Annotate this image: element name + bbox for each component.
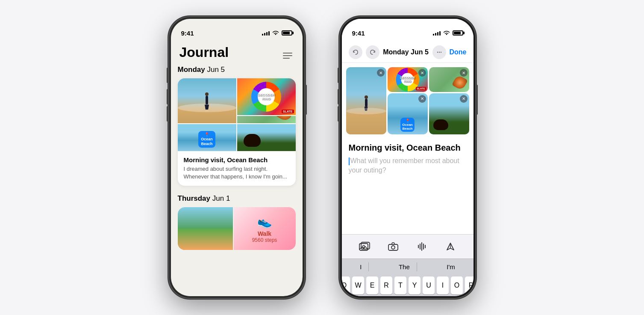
edit-entry-title: Morning visit, Ocean Beach (349, 143, 467, 153)
audio-waveform-icon (416, 242, 427, 251)
ocean-photo-close-button[interactable]: ✕ (418, 95, 426, 103)
walk-steps: 9560 steps (252, 237, 277, 243)
key-t[interactable]: T (394, 276, 406, 294)
ocean-beach-badge-right: 📍 OceanBeach (400, 118, 414, 132)
phones-container: 9:41 (160, 8, 485, 307)
key-u[interactable]: U (423, 276, 435, 294)
key-e[interactable]: E (366, 276, 378, 294)
autocomplete-im[interactable]: I'm (440, 262, 462, 271)
undo-button[interactable] (349, 45, 362, 59)
edit-content-area[interactable]: Morning visit, Ocean Beach What will you… (342, 138, 473, 234)
hillside-photo (178, 207, 233, 250)
key-p[interactable]: P (465, 276, 473, 294)
location-icon: 📍 (201, 132, 213, 137)
autocomplete-the[interactable]: The (392, 262, 417, 271)
dog-photo (237, 124, 296, 151)
left-battery-icon (282, 30, 292, 36)
send-location-button[interactable] (443, 239, 458, 254)
ocean-beach-badge: 📍 OceanBeach (198, 131, 215, 148)
camera-button[interactable] (385, 239, 401, 254)
journal-screen: 9:41 (171, 19, 303, 296)
svg-rect-6 (388, 244, 398, 250)
card-entry-title: Morning visit, Ocean Beach (184, 156, 290, 163)
edit-nav-icons (349, 45, 379, 59)
right-status-icons (433, 30, 463, 36)
edit-beach-photo: ✕ (346, 67, 386, 134)
dog-silhouette-right (433, 119, 448, 130)
text-cursor (349, 158, 350, 165)
photo-library-button[interactable] (357, 239, 372, 254)
journal-header: Journal (171, 41, 303, 65)
thursday-card[interactable]: 👟 Walk 9560 steps (178, 207, 296, 250)
more-options-button[interactable] (432, 45, 446, 59)
camera-icon (388, 242, 399, 251)
right-signal-icon (433, 30, 441, 36)
surfer-figure (203, 92, 210, 110)
decoder-slate-badge: SLATE (282, 110, 294, 113)
left-screen: 9:41 (171, 19, 303, 296)
beach-photo-close-button[interactable]: ✕ (377, 69, 385, 77)
journal-title: Journal (179, 45, 229, 60)
edit-date: Monday Jun 5 (383, 48, 429, 56)
right-phone: 9:41 (339, 16, 476, 299)
key-y[interactable]: Y (409, 276, 421, 294)
dog-photo-close-button[interactable]: ✕ (460, 95, 468, 103)
shell-photo-close-button[interactable]: ✕ (460, 69, 468, 77)
dog-silhouette (244, 134, 261, 147)
svg-point-1 (438, 52, 439, 53)
send-location-icon (446, 242, 455, 251)
decoder-photo-close-button[interactable]: ✕ (418, 69, 426, 77)
decoder-text-right: DECODERRING (388, 76, 428, 83)
shell-visual (274, 116, 295, 122)
walk-card: 👟 Walk 9560 steps (234, 207, 296, 250)
redo-icon (370, 49, 376, 55)
left-phone: 9:41 (168, 16, 305, 299)
autocomplete-i[interactable]: I (353, 262, 369, 271)
left-status-bar: 9:41 (171, 19, 303, 41)
key-i[interactable]: I (437, 276, 449, 294)
key-w[interactable]: W (352, 276, 364, 294)
edit-actions: Done (432, 45, 467, 59)
edit-decoder-photo: DECODERRING SLATE ✕ (388, 67, 428, 92)
right-battery-icon (453, 30, 463, 36)
key-q[interactable]: Q (342, 276, 350, 294)
ellipsis-icon (436, 49, 442, 55)
card-entry-body: I dreamed about surfing last night. When… (184, 165, 290, 181)
svg-point-0 (437, 52, 438, 53)
keyboard-toolbar (342, 234, 473, 259)
done-button[interactable]: Done (450, 48, 467, 56)
wifi-icon (272, 30, 279, 36)
shell-visual-right (451, 74, 468, 91)
edit-photos-grid: ✕ DECODERRING SLATE ✕ ✕ (342, 63, 473, 138)
shell-photo (237, 116, 296, 123)
key-o[interactable]: O (451, 276, 463, 294)
keyboard-row-1: Q W E R T Y U I O P (342, 275, 473, 296)
ocean-beach-photo: 📍 OceanBeach (178, 124, 236, 151)
redo-button[interactable] (366, 45, 379, 59)
edit-ocean-photo: 📍 OceanBeach ✕ (388, 93, 428, 134)
edit-header: Monday Jun 5 Done (342, 41, 473, 63)
key-r[interactable]: R (380, 276, 392, 294)
card-photos-grid: DECODERRING SLATE 📍 Oce (178, 78, 296, 151)
decoder-ring-photo: DECODERRING SLATE (237, 78, 296, 115)
thursday-date-header: Thursday Jun 1 (178, 194, 296, 203)
menu-icon[interactable] (281, 51, 294, 60)
decoder-text: DECODERRING (258, 93, 275, 101)
journal-card-monday[interactable]: DECODERRING SLATE 📍 Oce (178, 78, 296, 186)
footstep-icon: 👟 (257, 214, 272, 229)
right-screen: 9:41 (342, 19, 473, 296)
ocean-beach-label: OceanBeach (201, 137, 213, 146)
edit-screen: 9:41 (342, 19, 473, 296)
ocean-beach-label-right: OceanBeach (402, 123, 412, 131)
audio-button[interactable] (414, 239, 429, 254)
svg-point-2 (440, 52, 441, 53)
edit-entry-placeholder[interactable]: What will you remember most about your o… (349, 156, 467, 175)
card-text-area: Morning visit, Ocean Beach I dreamed abo… (178, 151, 296, 186)
journal-content: Monday Jun 5 (171, 65, 303, 250)
decoder-slate-right: SLATE (416, 87, 426, 90)
walk-title: Walk (258, 230, 271, 237)
edit-dog-photo: ✕ (429, 93, 469, 134)
right-status-bar: 9:41 (342, 19, 473, 41)
left-signal-icon (262, 30, 270, 36)
undo-icon (353, 49, 359, 55)
